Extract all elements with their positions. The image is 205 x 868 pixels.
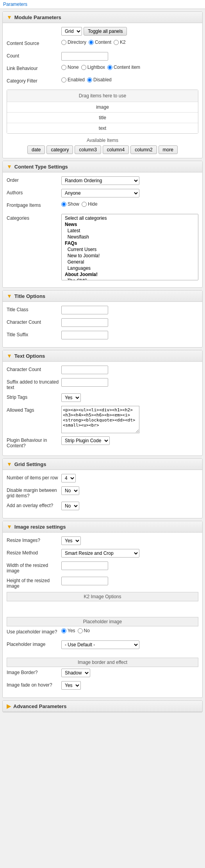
content-source-k2[interactable]: K2: [114, 39, 126, 45]
advanced-parameters-title: Advanced Parameters: [13, 703, 67, 709]
module-parameters-section: ▼ Module Parameters Grid Toggle all pane…: [2, 11, 203, 158]
overlay-effect-row: Add an overlay effect? No: [7, 502, 198, 511]
use-placeholder-yes[interactable]: Yes: [61, 628, 75, 633]
use-placeholder-row: Use placeholder image? Yes No: [7, 628, 198, 637]
cat-general[interactable]: General: [63, 259, 196, 265]
plugin-behaviour-label: Plugin Behaviour in Content?: [7, 436, 61, 448]
avail-category-button[interactable]: category: [46, 145, 73, 154]
drag-item-image[interactable]: image: [7, 102, 198, 113]
content-source-content[interactable]: Content: [89, 39, 111, 45]
category-filter-enabled[interactable]: Enabled: [61, 77, 85, 82]
breadcrumb: Parameters: [0, 0, 205, 9]
suffix-truncated-input[interactable]: [61, 378, 108, 387]
disable-margin-select[interactable]: No: [61, 486, 79, 495]
title-char-count-input[interactable]: 100: [61, 318, 108, 327]
cat-new-joomla[interactable]: New to Joomla!: [63, 253, 196, 259]
drag-item-title[interactable]: title: [7, 113, 198, 123]
use-placeholder-no[interactable]: No: [78, 628, 90, 633]
placeholder-image-row: Placeholder image - Use Default -: [7, 640, 198, 650]
title-options-arrow: ▼: [7, 293, 12, 299]
image-resize-arrow: ▼: [7, 524, 12, 530]
order-label: Order: [7, 176, 61, 183]
suffix-truncated-row: Suffix added to truncated text: [7, 378, 198, 390]
avail-column2-button[interactable]: column2: [130, 145, 157, 154]
drag-item-text[interactable]: text: [7, 123, 198, 133]
title-suffix-label: Title Suffix: [7, 331, 61, 337]
title-suffix-value: [61, 331, 198, 339]
strip-tags-select[interactable]: Yes: [61, 393, 81, 402]
title-char-count-row: Character Count 100: [7, 318, 198, 328]
authors-value: Anyone: [61, 189, 198, 197]
link-behaviour-lightbox[interactable]: Lightbox: [81, 65, 105, 70]
image-fade-value: Yes: [61, 681, 198, 690]
resize-method-select[interactable]: Smart Resize and Crop: [61, 549, 139, 558]
items-per-row-select[interactable]: 4: [61, 474, 76, 482]
cat-latest[interactable]: Latest: [63, 228, 196, 234]
count-label: Count: [7, 52, 61, 59]
disable-margin-value: No: [61, 486, 198, 495]
overlay-effect-select[interactable]: No: [61, 502, 79, 510]
grid-select[interactable]: Grid: [61, 27, 82, 36]
suffix-truncated-label: Suffix added to truncated text: [7, 378, 61, 390]
image-fade-label: Image fade on hover?: [7, 681, 61, 688]
placeholder-image-select[interactable]: - Use Default -: [61, 640, 139, 649]
frontpage-hide[interactable]: Hide: [82, 201, 98, 207]
cat-current-users[interactable]: Current Users: [63, 246, 196, 253]
allowed-tags-textarea[interactable]: <p><a><ul><li><div><h1><h2> <h3><h4><h5>…: [61, 406, 139, 433]
disable-margin-label: Disable margin between grid items?: [7, 486, 61, 499]
categories-select[interactable]: Select all categories News Latest Newsfl…: [61, 214, 198, 280]
cat-news[interactable]: News: [63, 221, 196, 228]
cat-faqs[interactable]: FAQs: [63, 240, 196, 246]
image-border-select[interactable]: Shadow: [61, 669, 90, 677]
avail-column4-button[interactable]: column4: [103, 145, 129, 154]
resize-height-input[interactable]: 300: [61, 577, 108, 585]
link-behaviour-none[interactable]: None: [61, 65, 79, 70]
resize-width-row: Width of the resized image 400: [7, 561, 198, 574]
categories-value: Select all categories News Latest Newsfl…: [61, 214, 198, 280]
resize-method-row: Resize Method Smart Resize and Crop: [7, 549, 198, 558]
use-placeholder-value: Yes No: [61, 628, 198, 633]
content-type-settings-section: ▼ Content Type Settings Order Random Ord…: [2, 161, 203, 288]
frontpage-label: Frontpage Items: [7, 201, 61, 208]
count-input[interactable]: 4: [61, 52, 108, 61]
cat-select-all[interactable]: Select all categories: [63, 215, 196, 221]
grid-label: [7, 27, 61, 28]
cat-the-cms[interactable]: The CMS: [63, 278, 196, 280]
title-class-input[interactable]: h2: [61, 306, 108, 314]
frontpage-row: Frontpage Items Show Hide: [7, 201, 198, 211]
cat-about-joomla[interactable]: About Joomla!: [63, 271, 196, 278]
content-source-value: Directory Content K2: [61, 39, 198, 45]
placeholder-image-header: Placeholder image: [7, 617, 198, 626]
image-resize-settings-section: ▼ Image resize settings Resize Images? Y…: [2, 521, 203, 698]
title-suffix-input[interactable]: [61, 331, 108, 339]
drag-area: Drag items here to use image title text: [7, 90, 198, 134]
categories-label: Categories: [7, 214, 61, 221]
grid-settings-header: ▼ Grid Settings: [3, 459, 202, 470]
grid-settings-arrow: ▼: [7, 461, 12, 467]
title-char-count-label: Character Count: [7, 318, 61, 325]
text-options-title: Text Options: [14, 353, 45, 359]
avail-column3-button[interactable]: column3: [75, 145, 101, 154]
category-filter-value: Enabled Disabled: [61, 77, 198, 82]
text-char-count-row: Character Count 100: [7, 366, 198, 375]
image-border-value: Shadow: [61, 669, 198, 677]
order-select[interactable]: Random Ordering: [61, 176, 139, 185]
category-filter-disabled[interactable]: Disabled: [87, 77, 112, 82]
frontpage-show[interactable]: Show: [61, 201, 79, 207]
cat-newsflash[interactable]: Newsflash: [63, 234, 196, 240]
link-behaviour-content[interactable]: Content item: [107, 65, 140, 70]
content-source-directory[interactable]: Directory: [61, 39, 86, 45]
avail-date-button[interactable]: date: [27, 145, 45, 154]
authors-select[interactable]: Anyone: [61, 189, 139, 197]
text-char-count-input[interactable]: 100: [61, 366, 108, 374]
avail-more-button[interactable]: more: [159, 145, 178, 154]
cat-languages[interactable]: Languages: [63, 265, 196, 271]
frontpage-value: Show Hide: [61, 201, 198, 207]
resize-images-select[interactable]: Yes: [61, 536, 81, 545]
authors-row: Authors Anyone: [7, 189, 198, 198]
plugin-behaviour-select[interactable]: Strip Plugin Code: [61, 436, 110, 445]
resize-width-input[interactable]: 400: [61, 561, 108, 570]
image-fade-select[interactable]: Yes: [61, 681, 81, 690]
image-border-row: Image Border? Shadow: [7, 669, 198, 678]
toggle-all-panels-button[interactable]: Toggle all panels: [84, 27, 127, 36]
